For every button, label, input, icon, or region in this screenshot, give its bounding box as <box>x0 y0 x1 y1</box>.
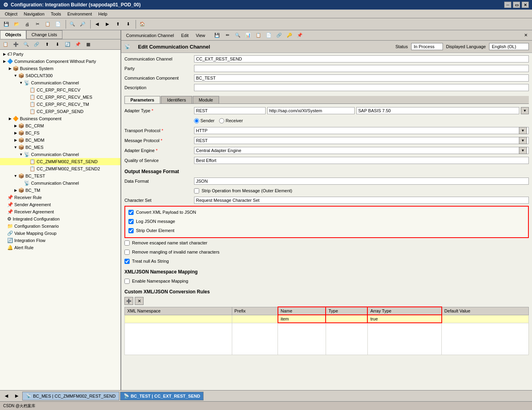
treat-null-checkbox[interactable] <box>124 259 130 264</box>
expand-all-btn[interactable]: ▦ <box>83 40 93 49</box>
toolbar-btn-4[interactable]: ✂ <box>33 20 42 29</box>
right-toolbar-btn-5[interactable]: 📋 <box>254 31 263 40</box>
expand-cc-rfc-recv-mes[interactable] <box>24 95 29 99</box>
menu-help[interactable]: Help <box>95 11 111 17</box>
tree-item-business-component[interactable]: ▶ 🔶 Business Component <box>0 115 120 122</box>
tree-item-receiver-rule[interactable]: 📌 Receiver Rule <box>0 194 120 201</box>
menu-tools[interactable]: Tools <box>48 11 64 17</box>
tree-item-cc-erp-rfc-recv-mes[interactable]: 📋 CC_ERP_RFC_RECV_MES <box>0 94 120 101</box>
tree-item-cc-erp-rfc-recv[interactable]: 📋 CC_ERP_RFC_RECV <box>0 86 120 94</box>
status-tab-1[interactable]: 📡 BC_MES | CC_ZMMFM002_REST_SEND <box>22 392 119 400</box>
enable-namespace-checkbox[interactable] <box>124 279 130 284</box>
tree-item-comm-no-party[interactable]: ▶ 🔷 Communication Component Without Part… <box>0 58 120 65</box>
message-select-btn[interactable]: ▼ <box>519 137 527 144</box>
left-toolbar-btn-8[interactable]: 📌 <box>73 40 83 49</box>
right-toolbar-btn-2[interactable]: ✏ <box>223 31 232 40</box>
tree-item-cc-erp-soap-send[interactable]: 📋 CC_ERP_SOAP_SEND <box>0 108 120 115</box>
left-toolbar-btn-4[interactable]: 🔗 <box>32 40 41 49</box>
tree-item-business-system[interactable]: ▶ 📦 Business System <box>0 65 120 72</box>
tree-item-cc-zmmfm002-send2[interactable]: 📋 CC_ZMMFM002_REST_SEND2 <box>0 165 120 172</box>
expand-value-mapping[interactable] <box>2 231 7 235</box>
toolbar-btn-3[interactable]: 🖨 <box>22 20 32 29</box>
party-input[interactable] <box>194 65 529 72</box>
toolbar-btn-7[interactable]: 🔍 <box>68 20 77 29</box>
expand-bc-mes[interactable]: ▼ <box>13 145 18 149</box>
restore-button[interactable]: ▭ <box>513 2 520 8</box>
expand-bc-test[interactable]: ▼ <box>13 174 18 178</box>
table-del-btn[interactable]: ✕ <box>135 297 144 305</box>
tab-objects[interactable]: Objects <box>0 30 26 39</box>
tree-item-cc-test[interactable]: 📡 Communication Channel <box>0 180 120 187</box>
tree-item-party[interactable]: ▶ 🏷 Party <box>0 51 120 58</box>
tree-item-integrated-config[interactable]: ⚙ Integrated Configuration <box>0 215 120 223</box>
tree-item-value-mapping[interactable]: 🔗 Value Mapping Group <box>0 230 120 237</box>
expand-alert-rule[interactable] <box>2 246 7 250</box>
left-toolbar-btn-5[interactable]: ⬆ <box>42 40 52 49</box>
radio-sender-input[interactable] <box>194 118 199 123</box>
tab-module[interactable]: Module <box>193 96 219 103</box>
radio-receiver[interactable]: Receiver <box>219 118 243 123</box>
expand-s4d[interactable]: ▼ <box>13 74 18 78</box>
expand-bc-fs[interactable]: ▶ <box>13 131 18 135</box>
expand-int-flow[interactable] <box>2 238 7 242</box>
expand-biz-comp[interactable]: ▶ <box>7 117 13 121</box>
expand-config-scenario[interactable] <box>2 224 7 228</box>
expand-bc-mdm[interactable]: ▶ <box>13 138 18 142</box>
tree-item-integration-flow[interactable]: 🔄 Integration Flow <box>0 237 120 244</box>
expand-bc-tm[interactable]: ▶ <box>13 188 18 192</box>
toolbar-btn-5[interactable]: 📋 <box>43 20 52 29</box>
expand-cc-rfc-recv[interactable] <box>24 88 29 92</box>
close-button[interactable]: ✕ <box>522 2 529 8</box>
minimize-button[interactable]: ─ <box>504 2 511 8</box>
status-scroll-left[interactable]: ◀ <box>2 392 11 400</box>
tab-identifiers[interactable]: Identifiers <box>161 96 192 103</box>
expand-biz-sys[interactable]: ▶ <box>7 66 13 70</box>
expand-cc-zmmfm002-2[interactable] <box>24 167 29 171</box>
tree-item-bc-fs[interactable]: ▶ 📦 BC_FS <box>0 129 120 137</box>
adapter-type-select-btn[interactable]: ▼ <box>521 107 529 114</box>
adapter-engine-select-btn[interactable]: ▼ <box>519 147 527 154</box>
toolbar-btn-forward[interactable]: ▶ <box>103 20 112 29</box>
right-toolbar-btn-3[interactable]: 🔍 <box>233 31 243 40</box>
strip-operation-checkbox[interactable] <box>194 188 199 193</box>
log-json-checkbox[interactable] <box>128 219 134 224</box>
right-toolbar-btn-7[interactable]: 🔗 <box>274 31 284 40</box>
table-row-1[interactable]: item true <box>125 315 529 323</box>
tree-item-bc-mes[interactable]: ▼ 📦 BC_MES <box>0 144 120 151</box>
right-toolbar-btn-9[interactable]: 📌 <box>295 31 305 40</box>
right-menu-edit[interactable]: Edit <box>178 32 192 39</box>
convert-xml-checkbox[interactable] <box>128 210 134 215</box>
toolbar-btn-9[interactable]: ⬆ <box>113 20 122 29</box>
tree-item-cc1[interactable]: ▼ 📡 Communication Channel <box>0 79 120 86</box>
tab-change-lists[interactable]: Change Lists <box>26 30 62 39</box>
tree-item-receiver-agreement[interactable]: 📌 Receiver Agreement <box>0 208 120 215</box>
tree-item-bc-mdm[interactable]: ▶ 📦 BC_MDM <box>0 137 120 144</box>
table-add-btn[interactable]: ➕ <box>124 297 133 305</box>
tree-item-alert-rule[interactable]: 🔔 Alert Rule <box>0 244 120 251</box>
expand-bc-crm[interactable]: ▶ <box>13 124 18 128</box>
expand-int-config[interactable] <box>2 217 7 221</box>
right-menu-view[interactable]: View <box>192 32 208 39</box>
status-scroll-right[interactable]: ▶ <box>12 392 21 400</box>
tree-item-bc-crm[interactable]: ▶ 📦 BC_CRM <box>0 122 120 129</box>
right-toolbar-close[interactable]: ✕ <box>521 31 530 40</box>
expand-sender-agree[interactable] <box>2 203 7 207</box>
expand-cc1[interactable]: ▼ <box>18 81 24 85</box>
toolbar-btn-11[interactable]: 🏠 <box>138 20 147 29</box>
transport-select-btn[interactable]: ▼ <box>519 127 527 134</box>
menu-navigation[interactable]: Navigation <box>21 11 48 17</box>
menu-object[interactable]: Object <box>2 11 21 17</box>
right-toolbar-btn-4[interactable]: 📊 <box>243 31 253 40</box>
left-toolbar-btn-7[interactable]: 🔄 <box>63 40 72 49</box>
expand-recv-agree[interactable] <box>2 210 7 214</box>
toolbar-btn-back[interactable]: ◀ <box>92 20 102 29</box>
tab-parameters[interactable]: Parameters <box>124 96 160 103</box>
tree-item-cc-mes[interactable]: ▼ 📡 Communication Channel <box>0 151 120 158</box>
toolbar-btn-1[interactable]: 💾 <box>2 20 11 29</box>
status-tab-2[interactable]: 📡 BC_TEST | CC_EXT_REST_SEND <box>120 392 204 400</box>
tree-item-s4d[interactable]: ▼ 📦 S4DCLNT300 <box>0 72 120 79</box>
right-toolbar-btn-6[interactable]: 📄 <box>264 31 274 40</box>
tree-item-bc-tm[interactable]: ▶ 📦 BC_TM <box>0 187 120 194</box>
right-menu-comm-channel[interactable]: Communication Channel <box>123 32 177 39</box>
tree-item-cc-zmmfm002[interactable]: 📋 CC_ZMMFM002_REST_SEND <box>0 158 120 165</box>
